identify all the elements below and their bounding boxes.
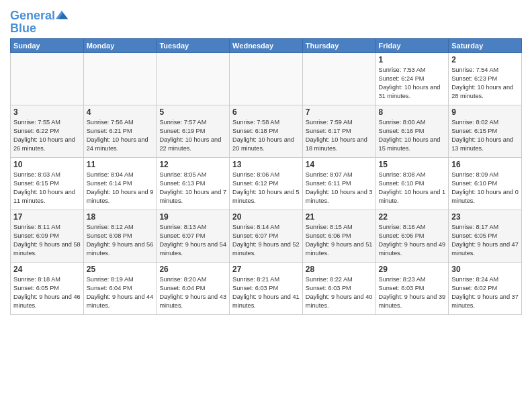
day-info: Sunrise: 8:08 AM Sunset: 6:10 PM Dayligh… <box>379 171 446 205</box>
day-info: Sunrise: 7:59 AM Sunset: 6:17 PM Dayligh… <box>306 118 373 153</box>
day-cell: 21Sunrise: 8:15 AM Sunset: 6:06 PM Dayli… <box>302 210 375 263</box>
day-number: 9 <box>451 107 519 117</box>
day-info: Sunrise: 8:23 AM Sunset: 6:03 PM Dayligh… <box>379 275 446 310</box>
day-number: 27 <box>232 265 300 274</box>
day-cell: 18Sunrise: 8:12 AM Sunset: 6:08 PM Dayli… <box>83 210 157 263</box>
day-cell: 28Sunrise: 8:22 AM Sunset: 6:03 PM Dayli… <box>302 263 375 315</box>
day-cell <box>11 53 84 105</box>
week-row-1: 1Sunrise: 7:53 AM Sunset: 6:24 PM Daylig… <box>11 53 522 105</box>
day-info: Sunrise: 8:07 AM Sunset: 6:11 PM Dayligh… <box>306 171 373 205</box>
day-number: 3 <box>13 107 81 117</box>
day-cell: 27Sunrise: 8:21 AM Sunset: 6:03 PM Dayli… <box>230 263 303 315</box>
week-row-5: 24Sunrise: 8:18 AM Sunset: 6:05 PM Dayli… <box>11 263 522 315</box>
day-info: Sunrise: 7:57 AM Sunset: 6:19 PM Dayligh… <box>159 118 226 153</box>
day-cell: 9Sunrise: 8:02 AM Sunset: 6:15 PM Daylig… <box>449 105 522 158</box>
day-cell: 13Sunrise: 8:06 AM Sunset: 6:12 PM Dayli… <box>230 158 303 210</box>
column-header-sunday: Sunday <box>11 39 84 53</box>
column-header-row: SundayMondayTuesdayWednesdayThursdayFrid… <box>11 39 522 53</box>
day-info: Sunrise: 8:04 AM Sunset: 6:14 PM Dayligh… <box>87 171 154 205</box>
logo-icon <box>56 10 68 19</box>
day-cell: 6Sunrise: 7:58 AM Sunset: 6:18 PM Daylig… <box>230 105 303 158</box>
day-cell <box>157 53 230 105</box>
day-cell: 8Sunrise: 8:00 AM Sunset: 6:16 PM Daylig… <box>375 105 449 158</box>
day-info: Sunrise: 8:20 AM Sunset: 6:04 PM Dayligh… <box>159 275 226 310</box>
day-cell: 10Sunrise: 8:03 AM Sunset: 6:15 PM Dayli… <box>11 158 84 210</box>
logo-text: General <box>10 9 55 21</box>
day-number: 21 <box>306 212 373 222</box>
day-info: Sunrise: 8:14 AM Sunset: 6:07 PM Dayligh… <box>232 223 300 258</box>
day-number: 12 <box>159 160 226 169</box>
day-number: 2 <box>451 55 519 64</box>
day-cell: 12Sunrise: 8:05 AM Sunset: 6:13 PM Dayli… <box>157 158 230 210</box>
day-number: 28 <box>306 265 373 274</box>
day-info: Sunrise: 8:00 AM Sunset: 6:16 PM Dayligh… <box>379 118 446 153</box>
day-number: 6 <box>232 107 300 117</box>
day-info: Sunrise: 8:02 AM Sunset: 6:15 PM Dayligh… <box>451 118 519 153</box>
day-number: 19 <box>159 212 226 222</box>
day-info: Sunrise: 8:16 AM Sunset: 6:06 PM Dayligh… <box>379 223 446 258</box>
day-info: Sunrise: 8:21 AM Sunset: 6:03 PM Dayligh… <box>232 275 300 310</box>
day-number: 16 <box>451 160 519 169</box>
day-number: 26 <box>159 265 226 274</box>
day-cell: 30Sunrise: 8:24 AM Sunset: 6:02 PM Dayli… <box>449 263 522 315</box>
day-info: Sunrise: 8:19 AM Sunset: 6:04 PM Dayligh… <box>87 275 154 310</box>
day-number: 30 <box>451 265 519 274</box>
day-cell: 20Sunrise: 8:14 AM Sunset: 6:07 PM Dayli… <box>230 210 303 263</box>
column-header-friday: Friday <box>375 39 449 53</box>
day-info: Sunrise: 8:03 AM Sunset: 6:15 PM Dayligh… <box>13 171 81 205</box>
day-info: Sunrise: 8:22 AM Sunset: 6:03 PM Dayligh… <box>306 275 373 310</box>
day-cell: 7Sunrise: 7:59 AM Sunset: 6:17 PM Daylig… <box>302 105 375 158</box>
column-header-thursday: Thursday <box>302 39 375 53</box>
day-cell: 26Sunrise: 8:20 AM Sunset: 6:04 PM Dayli… <box>157 263 230 315</box>
day-number: 11 <box>87 160 154 169</box>
day-number: 13 <box>232 160 300 169</box>
week-row-3: 10Sunrise: 8:03 AM Sunset: 6:15 PM Dayli… <box>11 158 522 210</box>
column-header-wednesday: Wednesday <box>230 39 303 53</box>
day-cell: 5Sunrise: 7:57 AM Sunset: 6:19 PM Daylig… <box>157 105 230 158</box>
day-info: Sunrise: 8:24 AM Sunset: 6:02 PM Dayligh… <box>451 275 519 310</box>
day-cell <box>83 53 157 105</box>
logo-blue: Blue <box>10 21 68 36</box>
day-number: 23 <box>451 212 519 222</box>
day-cell <box>230 53 303 105</box>
day-number: 24 <box>13 265 81 274</box>
day-info: Sunrise: 8:06 AM Sunset: 6:12 PM Dayligh… <box>232 171 300 205</box>
day-number: 10 <box>13 160 81 169</box>
day-cell: 2Sunrise: 7:54 AM Sunset: 6:23 PM Daylig… <box>449 53 522 105</box>
column-header-monday: Monday <box>83 39 157 53</box>
page-container: General Blue SundayMondayTuesdayWednesda… <box>0 0 532 318</box>
day-info: Sunrise: 8:05 AM Sunset: 6:13 PM Dayligh… <box>159 171 226 205</box>
day-number: 8 <box>379 107 446 117</box>
day-info: Sunrise: 8:11 AM Sunset: 6:09 PM Dayligh… <box>13 223 81 258</box>
day-number: 20 <box>232 212 300 222</box>
day-number: 4 <box>87 107 154 117</box>
day-number: 15 <box>379 160 446 169</box>
day-cell: 24Sunrise: 8:18 AM Sunset: 6:05 PM Dayli… <box>11 263 84 315</box>
day-cell: 15Sunrise: 8:08 AM Sunset: 6:10 PM Dayli… <box>375 158 449 210</box>
day-number: 14 <box>306 160 373 169</box>
day-cell: 29Sunrise: 8:23 AM Sunset: 6:03 PM Dayli… <box>375 263 449 315</box>
day-cell <box>302 53 375 105</box>
header-row: General Blue <box>10 7 522 36</box>
week-row-2: 3Sunrise: 7:55 AM Sunset: 6:22 PM Daylig… <box>11 105 522 158</box>
day-info: Sunrise: 8:13 AM Sunset: 6:07 PM Dayligh… <box>159 223 226 258</box>
day-number: 22 <box>379 212 446 222</box>
day-number: 7 <box>306 107 373 117</box>
day-cell: 23Sunrise: 8:17 AM Sunset: 6:05 PM Dayli… <box>449 210 522 263</box>
day-info: Sunrise: 7:58 AM Sunset: 6:18 PM Dayligh… <box>232 118 300 153</box>
day-info: Sunrise: 7:53 AM Sunset: 6:24 PM Dayligh… <box>379 66 446 101</box>
week-row-4: 17Sunrise: 8:11 AM Sunset: 6:09 PM Dayli… <box>11 210 522 263</box>
day-info: Sunrise: 8:15 AM Sunset: 6:06 PM Dayligh… <box>306 223 373 258</box>
day-number: 29 <box>379 265 446 274</box>
day-cell: 1Sunrise: 7:53 AM Sunset: 6:24 PM Daylig… <box>375 53 449 105</box>
day-info: Sunrise: 7:55 AM Sunset: 6:22 PM Dayligh… <box>13 118 81 153</box>
day-info: Sunrise: 8:12 AM Sunset: 6:08 PM Dayligh… <box>87 223 154 258</box>
day-info: Sunrise: 8:18 AM Sunset: 6:05 PM Dayligh… <box>13 275 81 310</box>
day-cell: 11Sunrise: 8:04 AM Sunset: 6:14 PM Dayli… <box>83 158 157 210</box>
day-number: 1 <box>379 55 446 64</box>
day-number: 5 <box>159 107 226 117</box>
day-info: Sunrise: 7:54 AM Sunset: 6:23 PM Dayligh… <box>451 66 519 101</box>
day-cell: 17Sunrise: 8:11 AM Sunset: 6:09 PM Dayli… <box>11 210 84 263</box>
day-number: 17 <box>13 212 81 222</box>
calendar-table: SundayMondayTuesdayWednesdayThursdayFrid… <box>10 38 522 315</box>
